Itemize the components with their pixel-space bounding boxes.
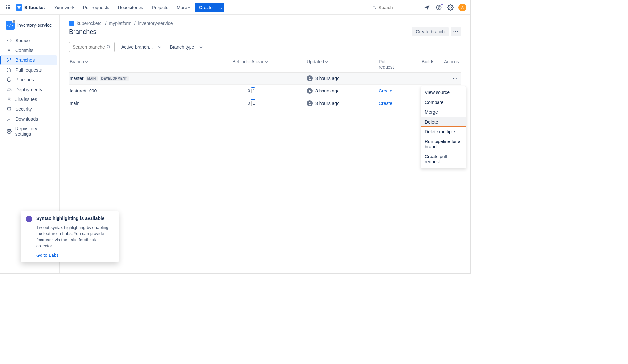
- nav-pull-requests[interactable]: Pull requests: [80, 3, 113, 12]
- nav-repositories[interactable]: Repositories: [114, 3, 146, 12]
- svg-point-18: [457, 31, 458, 32]
- page-title: Branches: [69, 28, 97, 36]
- sidebar-item-source[interactable]: Source: [3, 36, 57, 45]
- sidebar-item-jira-issues[interactable]: Jira issues: [3, 94, 57, 104]
- create-button[interactable]: Create: [195, 3, 224, 12]
- more-icon: [453, 31, 458, 32]
- svg-point-5: [8, 50, 10, 51]
- branch-name[interactable]: main: [70, 101, 79, 106]
- dd-delete[interactable]: Delete: [421, 117, 466, 127]
- svg-point-13: [10, 71, 11, 72]
- user-avatar-icon: [307, 88, 313, 94]
- branch-name[interactable]: feature/tt-000: [70, 88, 97, 93]
- sidebar-item-label: Downloads: [15, 116, 38, 122]
- table-header: Branch Behind Ahead Updated Pull request…: [69, 57, 461, 72]
- commit-icon: [6, 48, 12, 53]
- crumb-workspace[interactable]: kuberocketci: [77, 21, 103, 26]
- filter-status[interactable]: Active branch...: [119, 43, 163, 51]
- toast-cta-link[interactable]: Go to Labs: [36, 253, 113, 258]
- user-avatar-icon: [307, 100, 313, 106]
- repo-header[interactable]: </> inventory-service: [3, 19, 57, 32]
- nav-more[interactable]: More: [174, 3, 193, 12]
- updated-time: 3 hours ago: [315, 76, 339, 81]
- top-nav-left: Bitbucket Your work Pull requests Reposi…: [4, 3, 224, 12]
- create-pr-link[interactable]: Create: [379, 88, 392, 93]
- sidebar-item-commits[interactable]: Commits: [3, 45, 57, 55]
- crumb-sep: /: [134, 21, 136, 26]
- pr-icon: [6, 67, 12, 73]
- nav-your-work[interactable]: Your work: [51, 3, 78, 12]
- svg-point-16: [454, 31, 454, 32]
- search-branches-field[interactable]: [73, 44, 105, 50]
- svg-point-23: [455, 78, 455, 79]
- sidebar-item-downloads[interactable]: Downloads: [3, 114, 57, 124]
- branch-name[interactable]: master: [70, 76, 84, 81]
- search-icon: [107, 45, 111, 49]
- col-behind[interactable]: Behind: [232, 59, 250, 64]
- dd-merge[interactable]: Merge: [421, 107, 466, 117]
- sidebar-item-repo-settings[interactable]: Repository settings: [3, 124, 57, 139]
- nav-more-label: More: [177, 5, 187, 10]
- sidebar-item-pipelines[interactable]: Pipelines: [3, 75, 57, 85]
- svg-point-29: [309, 102, 310, 103]
- dd-run-pipeline[interactable]: Run pipeline for a branch: [421, 137, 466, 152]
- top-nav-right: A: [370, 4, 466, 11]
- svg-point-19: [107, 45, 110, 48]
- dd-view-source[interactable]: View source: [421, 88, 466, 97]
- create-pr-link[interactable]: Create: [379, 101, 392, 106]
- toast-close-button[interactable]: [109, 216, 113, 221]
- user-avatar-icon: [307, 75, 313, 81]
- user-avatar[interactable]: A: [458, 4, 466, 11]
- svg-point-17: [455, 31, 456, 32]
- search-branches-input[interactable]: [69, 42, 115, 52]
- row-menu-button[interactable]: [451, 74, 459, 82]
- chevron-down-icon: [85, 60, 88, 62]
- more-icon: [453, 78, 457, 79]
- filter-type-label: Branch type: [170, 44, 194, 50]
- more-actions-button[interactable]: [451, 27, 461, 36]
- sidebar-item-label: Deployments: [15, 87, 42, 92]
- svg-point-0: [373, 6, 375, 8]
- col-ahead[interactable]: Ahead: [251, 59, 268, 64]
- chevron-down-icon: [188, 6, 190, 8]
- title-actions: Create branch: [412, 27, 461, 36]
- help-icon[interactable]: [435, 4, 443, 11]
- ahead-count: 1: [251, 89, 255, 93]
- dd-create-pr[interactable]: Create pull request: [421, 152, 466, 167]
- app-switcher-icon[interactable]: [4, 3, 12, 11]
- col-updated[interactable]: Updated: [307, 59, 327, 64]
- sidebar-item-label: Jira issues: [15, 97, 37, 102]
- help-notification-dot: [441, 3, 443, 6]
- sidebar-item-pull-requests[interactable]: Pull requests: [3, 65, 57, 75]
- crumb-project[interactable]: myplatform: [109, 21, 131, 26]
- nav-projects[interactable]: Projects: [148, 3, 172, 12]
- filter-status-label: Active branch...: [121, 44, 153, 50]
- dd-compare[interactable]: Compare: [421, 97, 466, 107]
- cloud-icon: [6, 87, 12, 92]
- global-search[interactable]: [370, 4, 419, 11]
- sidebar-item-branches[interactable]: Branches: [0, 55, 57, 65]
- dd-delete-multiple[interactable]: Delete multiple...: [421, 127, 466, 137]
- svg-point-15: [8, 131, 10, 132]
- sidebar-item-security[interactable]: Security: [3, 104, 57, 114]
- col-branch[interactable]: Branch: [70, 59, 87, 64]
- repo-icon: </>: [6, 21, 15, 30]
- toast-body: Try out syntax highlighting by enabling …: [36, 225, 113, 249]
- table-row: feature/tt-000 0 1 3 hours ago Create: [69, 85, 461, 97]
- sidebar-item-label: Branches: [15, 58, 35, 63]
- chevron-down-icon: [200, 45, 202, 48]
- filter-type[interactable]: Branch type: [167, 43, 205, 51]
- notifications-icon[interactable]: [423, 4, 431, 11]
- create-chevron-icon[interactable]: [217, 3, 224, 12]
- create-branch-button[interactable]: Create branch: [412, 27, 449, 36]
- product-logo[interactable]: Bitbucket: [16, 4, 45, 11]
- sidebar-item-label: Source: [15, 38, 30, 43]
- info-icon: i: [26, 216, 32, 222]
- svg-point-9: [8, 61, 8, 62]
- crumb-sep: /: [105, 21, 107, 26]
- settings-icon[interactable]: [447, 4, 454, 11]
- sidebar-item-deployments[interactable]: Deployments: [3, 85, 57, 94]
- crumb-repo[interactable]: inventory-service: [138, 21, 173, 26]
- global-search-input[interactable]: [378, 5, 416, 10]
- sidebar-item-label: Security: [15, 107, 32, 112]
